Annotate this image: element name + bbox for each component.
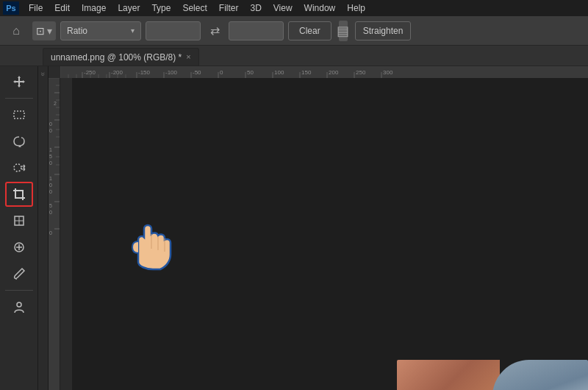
canvas-area[interactable] (72, 78, 588, 390)
tool-selector-chevron: ▾ (47, 25, 52, 37)
menu-edit[interactable]: Edit (49, 1, 75, 15)
ratio-height-input[interactable] (229, 21, 284, 40)
canvas-row: 2 0 0 1 5 0 1 0 0 5 0 (38, 78, 588, 390)
quick-select-tool-button[interactable] (5, 155, 33, 180)
person-tool-button[interactable] (5, 294, 33, 319)
marquee-tool-button[interactable] (5, 102, 33, 127)
lasso-tool-icon (12, 134, 26, 149)
svg-text:100: 100 (274, 69, 284, 76)
svg-rect-0 (14, 111, 24, 118)
menubar: Ps File Edit Image Layer Type Select Fil… (0, 0, 588, 16)
svg-text:2: 2 (54, 101, 57, 106)
ruler-top-area: -250 -200 -150 -100 -50 0 50 100 (60, 66, 588, 78)
straighten-label: Straighten (363, 26, 404, 36)
ratio-label: Ratio (67, 26, 87, 36)
ruler-left-svg: 2 0 0 1 5 0 1 0 0 5 0 (49, 78, 60, 390)
panel-indicator: » (38, 66, 49, 390)
clear-button[interactable]: Clear (288, 21, 331, 40)
tab-close-button[interactable]: × (186, 53, 190, 61)
crop-tool-button[interactable] (5, 182, 33, 207)
eyedropper-tool-button[interactable] (5, 208, 33, 233)
svg-text:0: 0 (49, 182, 52, 188)
home-icon: ⌂ (12, 24, 20, 38)
image-fabric-region (492, 360, 588, 390)
menu-help[interactable]: Help (342, 1, 370, 15)
svg-text:-200: -200 (111, 69, 123, 76)
swap-button[interactable]: ⇄ (205, 21, 224, 40)
brush-tool-icon (12, 266, 26, 281)
menu-type[interactable]: Type (146, 1, 176, 15)
svg-text:0: 0 (49, 210, 52, 215)
heal-brush-tool-icon (12, 240, 26, 255)
swap-icon: ⇄ (210, 24, 220, 38)
tabs-bar: unnamed.png @ 100% (RGB/8) * × (0, 46, 588, 66)
tab-title: unnamed.png @ 100% (RGB/8) * (51, 52, 182, 63)
svg-text:0: 0 (49, 189, 52, 194)
svg-text:0: 0 (49, 230, 52, 235)
image-skin-region (397, 360, 500, 390)
svg-text:0: 0 (49, 121, 52, 127)
svg-text:5: 5 (49, 203, 52, 208)
home-button[interactable]: ⌂ (4, 19, 28, 43)
svg-text:1: 1 (49, 176, 52, 181)
svg-text:-150: -150 (138, 69, 151, 76)
straighten-button[interactable]: Straighten (355, 21, 412, 40)
svg-text:1: 1 (49, 147, 52, 152)
main-area: » -250 -200 -150 -100 -50 (0, 66, 588, 390)
tool-separator-2 (5, 290, 33, 291)
svg-point-1 (14, 164, 21, 171)
quick-select-tool-icon (12, 160, 26, 175)
menu-view[interactable]: View (268, 1, 298, 15)
svg-text:200: 200 (329, 69, 339, 76)
marquee-tool-icon (12, 107, 26, 122)
toolbar-sidebar (0, 66, 38, 390)
svg-text:150: 150 (301, 69, 312, 76)
eyedropper-tool-icon (12, 213, 26, 228)
menu-image[interactable]: Image (76, 1, 111, 15)
menu-3d[interactable]: 3D (245, 1, 266, 15)
vertical-ruler: 2 0 0 1 5 0 1 0 0 5 0 (49, 78, 60, 390)
app-logo: Ps (3, 1, 19, 15)
menu-filter[interactable]: Filter (214, 1, 244, 15)
svg-text:-250: -250 (84, 69, 96, 76)
workspace: » -250 -200 -150 -100 -50 (38, 66, 588, 390)
svg-point-8 (17, 302, 21, 307)
menu-select[interactable]: Select (177, 1, 212, 15)
svg-text:50: 50 (247, 69, 254, 76)
person-tool-icon (12, 299, 26, 314)
ratio-dropdown[interactable]: Ratio ▾ (60, 21, 141, 40)
brush-tool-button[interactable] (5, 261, 33, 286)
menu-layer[interactable]: Layer (112, 1, 145, 15)
svg-text:-50: -50 (193, 69, 201, 76)
svg-text:250: 250 (356, 69, 366, 76)
canvas-image-preview (397, 360, 588, 390)
tool-separator-1 (5, 98, 33, 99)
svg-text:0: 0 (49, 160, 52, 166)
svg-text:5: 5 (49, 154, 52, 159)
menu-window[interactable]: Window (299, 1, 341, 15)
document-tab[interactable]: unnamed.png @ 100% (RGB/8) * × (43, 48, 199, 65)
move-tool-icon (12, 74, 26, 89)
ruler-top-svg: -250 -200 -150 -100 -50 0 50 100 (60, 66, 588, 78)
separator-icon: ▤ (339, 21, 348, 41)
heal-brush-tool-button[interactable] (5, 235, 33, 260)
cursor-hand-icon (120, 210, 193, 284)
panel-arrows-icon: » (39, 72, 47, 75)
crop-tool-icon: ⊡ (36, 25, 45, 37)
menu-file[interactable]: File (24, 1, 48, 15)
horizontal-ruler: -250 -200 -150 -100 -50 0 50 100 (60, 66, 588, 78)
tool-selector[interactable]: ⊡ ▾ (32, 21, 56, 40)
svg-text:0: 0 (220, 69, 223, 76)
move-tool-button[interactable] (5, 69, 33, 94)
ratio-chevron-icon: ▾ (131, 26, 135, 35)
lasso-tool-button[interactable] (5, 129, 33, 154)
svg-text:0: 0 (49, 128, 52, 133)
crop-tool-icon (12, 187, 26, 202)
svg-text:-100: -100 (165, 69, 178, 76)
options-bar: ⌂ ⊡ ▾ Ratio ▾ ⇄ Clear ▤ Straighten (0, 16, 588, 46)
ratio-width-input[interactable] (146, 21, 201, 40)
svg-text:300: 300 (383, 69, 393, 76)
